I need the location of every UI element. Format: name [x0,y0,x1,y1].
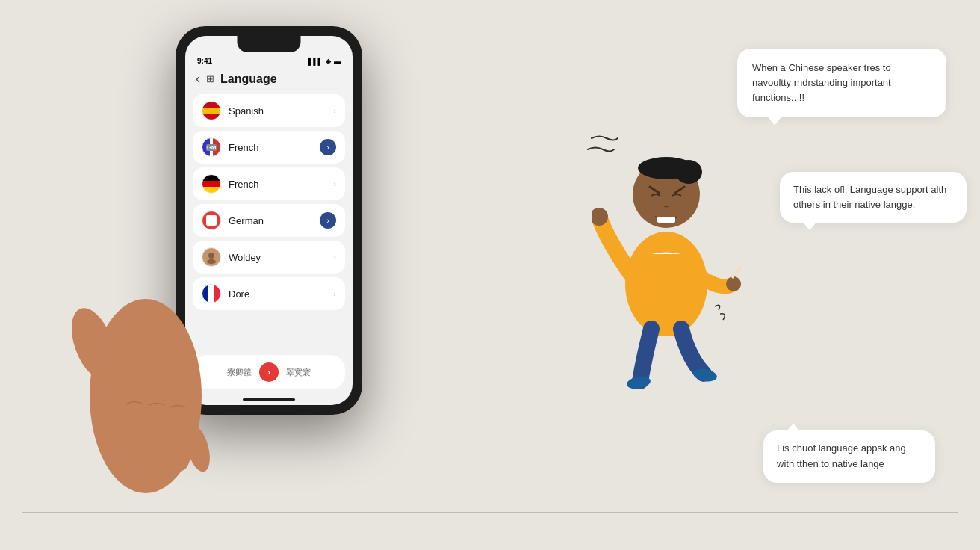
lang-name-spanish: Spanish [229,105,326,117]
battery-icon: ▬ [334,58,341,65]
wifi-icon: ◈ [326,58,331,65]
lang-name-french1: French [229,142,312,153]
signal-icon: ▌▌▌ [308,58,323,65]
lang-item-german[interactable]: German › [193,204,345,237]
lang-name-french2: French [229,179,326,190]
lang-name-woldey: Woldey [229,252,326,263]
hand-illustration [71,247,220,508]
chevron-french1-active: › [320,139,336,155]
chevron-spanish: › [333,106,336,115]
nav-title: Language [220,72,277,86]
svg-line-15 [732,262,741,278]
nav-grid-icon: ⊞ [206,73,214,84]
lang-item-spanish[interactable]: Spanish › [193,94,345,127]
bottom-right-text: 睪寞寰 [286,367,311,378]
speech-bubble-2: This lack ofl, Language support alth oth… [780,172,967,223]
back-button[interactable]: ‹ [196,71,200,87]
bubble1-text: When a Chinese speaker tres to navoultty… [752,62,891,103]
flag-spanish [202,101,221,120]
chevron-german-active: › [320,212,336,229]
lang-item-french1[interactable]: GM French › [193,131,345,164]
flag-french2 [202,174,221,194]
svg-rect-12 [657,217,675,223]
chevron-dore: › [333,289,336,298]
motion-squiggle-1 [584,131,621,168]
speech-bubble-1: When a Chinese speaker tres to navoultty… [737,49,946,117]
bubble2-text: This lack ofl, Language support alth oth… [793,184,946,210]
bubble3-text: Lis chuof language appsk ang with tthen … [777,442,906,469]
lang-item-french2[interactable]: French › [193,167,345,200]
svg-point-8 [625,232,707,336]
svg-point-11 [638,157,695,179]
home-indicator [243,398,295,401]
status-icons: ▌▌▌ ◈ ▬ [308,57,341,65]
chevron-french2: › [333,179,336,188]
phone-notch [238,36,301,52]
lang-name-dore: Dore [229,288,326,300]
bottom-left-text: 寮卿籮 [227,367,252,378]
nav-header: ‹ ⊞ Language [185,68,353,94]
flag-german [202,211,221,230]
bottom-center-btn[interactable]: › [259,362,279,382]
svg-point-14 [726,276,741,291]
flag-french1: GM [202,138,221,157]
chevron-woldey: › [333,253,336,262]
lang-name-german: German [229,215,312,226]
status-time: 9:41 [197,57,212,65]
speech-bubble-3: Lis chuof language appsk ang with tthen … [763,430,935,483]
bottom-line [22,512,958,513]
